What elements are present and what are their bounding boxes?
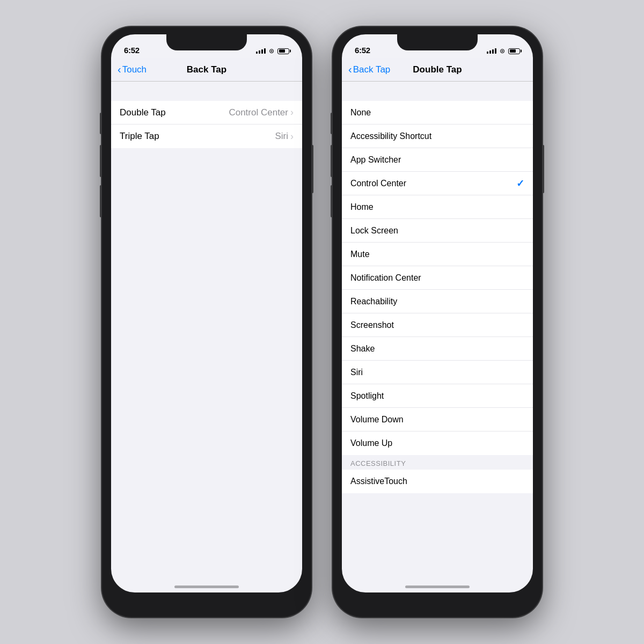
signal-icon-2 — [487, 48, 496, 54]
wifi-icon-1: ⊛ — [269, 47, 274, 55]
back-label-2: Back Tap — [353, 64, 391, 75]
triple-tap-value: Siri › — [275, 131, 294, 142]
section-header-2 — [342, 82, 533, 101]
option-none-label: None — [350, 108, 371, 118]
volume-down-button[interactable] — [100, 185, 102, 217]
option-control-center[interactable]: Control Center ✓ — [342, 172, 533, 195]
power-button[interactable] — [311, 145, 313, 193]
option-control-center-label: Control Center — [350, 179, 406, 188]
nav-title-2: Double Tap — [413, 64, 462, 75]
option-lock-screen-label: Lock Screen — [350, 226, 398, 236]
option-app-switcher-label: App Switcher — [350, 155, 401, 165]
triple-tap-chevron: › — [290, 131, 294, 142]
option-accessibility-shortcut[interactable]: Accessibility Shortcut — [342, 125, 533, 148]
option-spotlight-label: Spotlight — [350, 391, 384, 401]
accessibility-section-label: ACCESSIBILITY — [342, 455, 533, 470]
status-icons-2: ⊛ — [487, 47, 520, 55]
notch-1 — [166, 34, 247, 50]
option-screenshot-label: Screenshot — [350, 320, 394, 330]
option-notification-center-label: Notification Center — [350, 273, 421, 283]
double-tap-chevron: › — [290, 107, 294, 118]
battery-icon-1 — [277, 48, 289, 54]
option-mute[interactable]: Mute — [342, 243, 533, 266]
option-screenshot[interactable]: Screenshot — [342, 313, 533, 337]
home-indicator-2 — [405, 586, 470, 588]
accessibility-list: AssistiveTouch — [342, 470, 533, 493]
option-lock-screen[interactable]: Lock Screen — [342, 219, 533, 243]
volume-up-button[interactable] — [100, 145, 102, 177]
notch-2 — [397, 34, 478, 50]
triple-tap-value-text: Siri — [275, 131, 288, 142]
screen-2: 6:52 ⊛ ‹ Back Tap — [342, 34, 533, 592]
option-app-switcher[interactable]: App Switcher — [342, 148, 533, 172]
option-assistivetouch-label: AssistiveTouch — [350, 477, 407, 486]
battery-icon-2 — [508, 48, 520, 54]
back-label-1: Touch — [122, 64, 147, 75]
signal-icon-1 — [256, 48, 266, 54]
option-spotlight[interactable]: Spotlight — [342, 384, 533, 408]
option-none[interactable]: None — [342, 101, 533, 125]
volume-down-button-2[interactable] — [331, 185, 333, 217]
checkmark-icon: ✓ — [516, 178, 524, 189]
nav-bar-2: ‹ Back Tap Double Tap — [342, 58, 533, 82]
scroll-content-2: None Accessibility Shortcut App Switcher… — [342, 101, 533, 592]
status-time-2: 6:52 — [355, 46, 370, 55]
screen-1: 6:52 ⊛ ‹ Touch — [111, 34, 302, 592]
option-home-label: Home — [350, 202, 374, 212]
option-volume-up-label: Volume Up — [350, 438, 392, 448]
power-button-2[interactable] — [542, 145, 544, 193]
double-tap-label: Double Tap — [120, 107, 166, 118]
back-chevron-2: ‹ — [348, 63, 352, 76]
option-reachability-label: Reachability — [350, 297, 397, 306]
option-volume-down[interactable]: Volume Down — [342, 408, 533, 431]
nav-bar-1: ‹ Touch Back Tap — [111, 58, 302, 82]
option-notification-center[interactable]: Notification Center — [342, 266, 533, 290]
option-siri[interactable]: Siri — [342, 361, 533, 384]
phone-2: 6:52 ⊛ ‹ Back Tap — [333, 27, 542, 617]
wifi-icon-2: ⊛ — [500, 47, 505, 55]
option-assistivetouch[interactable]: AssistiveTouch — [342, 470, 533, 493]
back-chevron-1: ‹ — [118, 63, 121, 76]
section-header-1 — [111, 82, 302, 101]
double-tap-value-text: Control Center — [229, 107, 288, 118]
option-volume-up[interactable]: Volume Up — [342, 431, 533, 455]
list-item-triple-tap[interactable]: Triple Tap Siri › — [111, 125, 302, 148]
nav-title-1: Back Tap — [187, 64, 226, 75]
option-accessibility-shortcut-label: Accessibility Shortcut — [350, 131, 431, 141]
option-volume-down-label: Volume Down — [350, 415, 404, 425]
phone-1: 6:52 ⊛ ‹ Touch — [102, 27, 311, 617]
back-button-2[interactable]: ‹ Back Tap — [348, 63, 390, 76]
list-1: Double Tap Control Center › Triple Tap S… — [111, 101, 302, 148]
volume-up-button-2[interactable] — [331, 145, 333, 177]
option-siri-label: Siri — [350, 368, 363, 377]
triple-tap-label: Triple Tap — [120, 131, 159, 142]
option-shake[interactable]: Shake — [342, 337, 533, 361]
home-indicator-1 — [174, 586, 239, 588]
list-item-double-tap[interactable]: Double Tap Control Center › — [111, 101, 302, 125]
double-tap-value: Control Center › — [229, 107, 294, 118]
option-home[interactable]: Home — [342, 195, 533, 219]
options-list: None Accessibility Shortcut App Switcher… — [342, 101, 533, 455]
status-time-1: 6:52 — [124, 46, 140, 55]
option-shake-label: Shake — [350, 344, 375, 354]
option-reachability[interactable]: Reachability — [342, 290, 533, 313]
back-button-1[interactable]: ‹ Touch — [118, 63, 147, 76]
status-icons-1: ⊛ — [256, 47, 289, 55]
option-mute-label: Mute — [350, 250, 370, 259]
